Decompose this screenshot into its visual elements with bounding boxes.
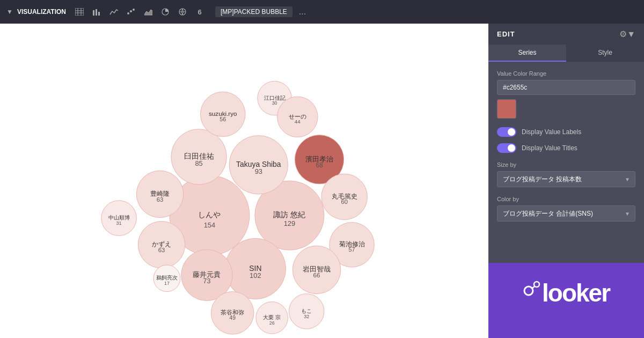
- svg-text:17: 17: [164, 281, 170, 286]
- svg-text:85: 85: [195, 159, 202, 167]
- looker-brand: looker: [488, 263, 644, 338]
- line-chart-icon[interactable]: [107, 5, 121, 19]
- svg-text:49: 49: [229, 315, 236, 321]
- toolbar: ▼ VISUALIZATION 6: [0, 0, 644, 24]
- area-icon[interactable]: [141, 5, 155, 19]
- svg-text:26: 26: [269, 320, 275, 326]
- edit-header: EDIT ⚙▼: [488, 24, 644, 45]
- svg-text:63: 63: [158, 247, 165, 253]
- bubble-chart: しんや154諏訪 悠紀129臼田佳祐85Takuya Shiba93濱田孝治68…: [0, 24, 488, 338]
- svg-rect-5: [93, 10, 94, 16]
- svg-text:68: 68: [316, 161, 323, 169]
- gear-icon[interactable]: ⚙▼: [619, 29, 635, 39]
- edit-title: EDIT: [497, 30, 515, 38]
- svg-text:63: 63: [157, 196, 164, 203]
- viz-panel: しんや154諏訪 悠紀129臼田佳祐85Takuya Shiba93濱田孝治68…: [0, 24, 488, 338]
- display-value-titles-label: Display Value Titles: [522, 144, 577, 152]
- map-icon[interactable]: [175, 5, 189, 19]
- display-value-titles-row: Display Value Titles: [497, 143, 635, 153]
- chart-type-label[interactable]: [MP]PACKED BUBBLE: [215, 6, 292, 17]
- svg-text:73: 73: [203, 277, 211, 285]
- display-value-labels-section: Display Value Labels Display Value Title…: [497, 127, 635, 153]
- tab-style[interactable]: Style: [566, 45, 644, 62]
- svg-line-76: [532, 286, 535, 288]
- viz-chevron[interactable]: ▼: [6, 8, 13, 16]
- svg-text:60: 60: [341, 199, 348, 205]
- pie-icon[interactable]: [158, 5, 172, 19]
- svg-text:江口佳記: 江口佳記: [264, 95, 286, 101]
- svg-text:31: 31: [116, 221, 122, 226]
- table-icon[interactable]: [72, 5, 86, 19]
- svg-point-9: [130, 10, 132, 12]
- app-container: ▼ VISUALIZATION 6: [0, 0, 644, 338]
- display-value-labels-row: Display Value Labels: [497, 127, 635, 137]
- svg-text:57: 57: [349, 246, 355, 253]
- svg-text:66: 66: [313, 271, 320, 278]
- svg-text:SIN: SIN: [249, 264, 261, 273]
- display-value-labels-toggle[interactable]: [497, 127, 516, 137]
- size-by-label: Size by: [497, 161, 635, 168]
- value-color-range-section: Value Color Range: [497, 70, 635, 119]
- svg-point-74: [524, 286, 533, 295]
- svg-text:もこ: もこ: [301, 308, 312, 314]
- scatter-icon[interactable]: [124, 5, 138, 19]
- color-swatch[interactable]: [497, 99, 516, 119]
- svg-rect-7: [98, 12, 100, 16]
- svg-text:中山順博: 中山順博: [108, 215, 130, 221]
- svg-text:鵜飼亮次: 鵜飼亮次: [156, 275, 178, 281]
- svg-text:129: 129: [284, 219, 296, 227]
- svg-text:154: 154: [204, 221, 216, 229]
- size-by-select[interactable]: ブログ投稿データ 投稿本数: [497, 171, 635, 187]
- size-by-section: Size by ブログ投稿データ 投稿本数: [497, 161, 635, 187]
- svg-text:102: 102: [250, 271, 261, 280]
- color-hex-input[interactable]: [497, 80, 635, 95]
- number-icon[interactable]: 6: [193, 5, 207, 19]
- svg-point-10: [133, 9, 135, 11]
- value-color-range-label: Value Color Range: [497, 70, 635, 77]
- toolbar-icons: 6: [72, 5, 207, 19]
- svg-text:93: 93: [255, 167, 262, 175]
- tab-series[interactable]: Series: [488, 45, 566, 62]
- svg-text:56: 56: [219, 116, 226, 122]
- display-value-titles-toggle[interactable]: [497, 143, 516, 153]
- bar-chart-icon[interactable]: [90, 5, 104, 19]
- toolbar-label: VISUALIZATION: [17, 8, 66, 16]
- svg-text:しんや: しんや: [198, 210, 221, 219]
- tabs-row: Series Style: [488, 45, 644, 62]
- svg-text:30: 30: [272, 100, 277, 106]
- color-by-select-wrapper: ブログ投稿データ 合計値(SNS): [497, 205, 635, 222]
- more-options-button[interactable]: ...: [299, 7, 306, 17]
- svg-rect-6: [96, 9, 97, 16]
- right-panel: EDIT ⚙▼ Series Style Value Color Range: [488, 24, 644, 338]
- color-by-section: Color by ブログ投稿データ 合計値(SNS): [497, 196, 635, 222]
- color-by-select[interactable]: ブログ投稿データ 合計値(SNS): [497, 205, 635, 222]
- color-by-label: Color by: [497, 196, 635, 202]
- svg-text:44: 44: [295, 119, 301, 124]
- color-input-row: [497, 80, 635, 95]
- main-content: しんや154諏訪 悠紀129臼田佳祐85Takuya Shiba93濱田孝治68…: [0, 24, 644, 338]
- svg-text:32: 32: [304, 314, 309, 319]
- svg-point-8: [127, 12, 129, 14]
- display-value-labels-label: Display Value Labels: [522, 128, 581, 136]
- svg-rect-0: [75, 8, 84, 16]
- svg-text:大栗 宗: 大栗 宗: [263, 314, 281, 320]
- svg-text:諏訪 悠紀: 諏訪 悠紀: [273, 210, 305, 219]
- size-by-select-wrapper: ブログ投稿データ 投稿本数: [497, 171, 635, 187]
- svg-text:looker: looker: [542, 279, 611, 307]
